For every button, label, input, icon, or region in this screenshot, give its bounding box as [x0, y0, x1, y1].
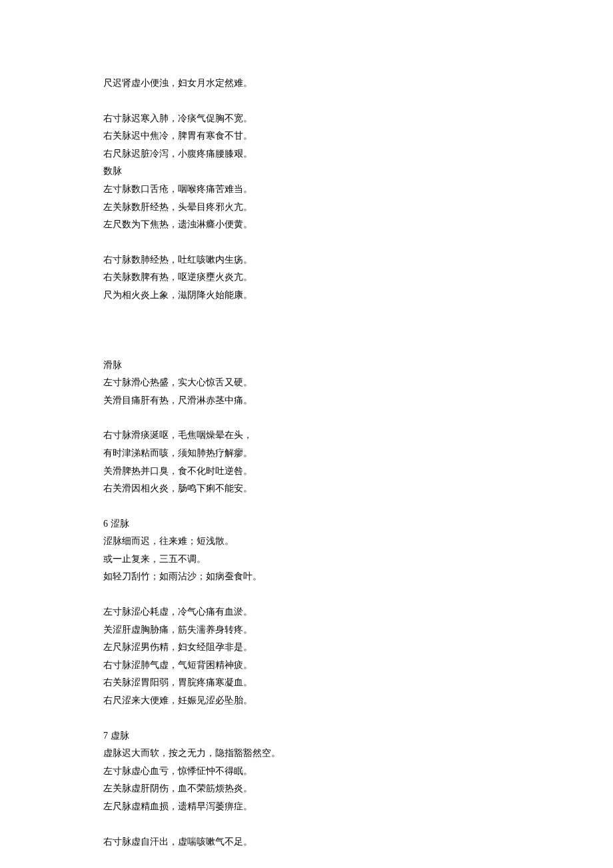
text-line: 右关脉数脾有热，呕逆痰壅火炎亢。	[103, 269, 516, 287]
text-line: 有时津涕粘而咳，须知肺热疗解瘳。	[103, 445, 516, 463]
text-line: 尺迟肾虚小便浊，妇女月水定然难。	[103, 75, 516, 93]
text-line: 左寸脉数口舌疮，咽喉疼痛苦难当。	[103, 181, 516, 199]
text-line: 如轻刀刮竹；如雨沾沙；如病蚕食叶。	[103, 568, 516, 586]
section-spacer	[103, 409, 516, 427]
section-spacer	[103, 816, 516, 833]
document-content: 尺迟肾虚小便浊，妇女月水定然难。右寸脉迟寒入肺，冷痰气促胸不宽。右关脉迟中焦冷，…	[103, 75, 516, 851]
section-spacer	[103, 305, 516, 357]
text-line: 右关脉涩胃阳弱，胃脘疼痛寒凝血。	[103, 674, 516, 692]
text-line: 6 涩脉	[103, 515, 516, 533]
text-line: 右寸脉滑痰涎呕，毛焦咽燥晕在头，	[103, 427, 516, 445]
text-line: 左尺脉虚精血损，遗精早泻萎痹症。	[103, 798, 516, 816]
text-line: 右寸脉迟寒入肺，冷痰气促胸不宽。	[103, 110, 516, 128]
text-line: 左寸脉涩心耗虚，冷气心痛有血淤。	[103, 603, 516, 621]
text-line: 7 虚脉	[103, 727, 516, 745]
text-line: 关涩肝虚胸胁痛，筋失濡养身转疼。	[103, 621, 516, 639]
text-line: 左关脉虚肝阴伤，血不荣筋烦热炎。	[103, 780, 516, 798]
section-spacer	[103, 586, 516, 603]
section-spacer	[103, 498, 516, 515]
text-line: 关滑脾热并口臭，食不化时吐逆咎。	[103, 463, 516, 481]
text-line: 涩脉细而迟，往来难；短浅散。	[103, 533, 516, 551]
text-line: 左尺脉涩男伤精，妇女经阻孕非是。	[103, 639, 516, 657]
text-line: 右尺脉迟脏冷泻，小腹疼痛腰膝艰。	[103, 145, 516, 163]
text-line: 右关脉迟中焦冷，脾胃有寒食不甘。	[103, 127, 516, 145]
text-line: 右寸脉数肺经热，吐红咳嗽内生疡。	[103, 251, 516, 269]
text-line: 右尺涩来大便难，妊娠见涩必坠胎。	[103, 692, 516, 710]
text-line: 数脉	[103, 163, 516, 181]
text-line: 虚脉迟大而软，按之无力，隐指豁豁然空。	[103, 745, 516, 763]
text-line: 或一止复来，三五不调。	[103, 551, 516, 569]
text-line: 左尺数为下焦热，遗浊淋癃小便黄。	[103, 216, 516, 234]
text-line: 右关滑因相火炎，肠鸣下痢不能安。	[103, 480, 516, 498]
text-line: 滑脉	[103, 357, 516, 375]
section-spacer	[103, 234, 516, 251]
text-line: 尺为相火炎上象，滋阴降火始能康。	[103, 287, 516, 305]
section-spacer	[103, 93, 516, 110]
section-spacer	[103, 710, 516, 727]
text-line: 关滑目痛肝有热，尺滑淋赤茎中痛。	[103, 392, 516, 410]
text-line: 左寸脉滑心热盛，实大心惊舌又硬。	[103, 374, 516, 392]
text-line: 右寸脉涩肺气虚，气短背困精神疲。	[103, 657, 516, 675]
text-line: 右寸脉虚自汗出，虚喘咳嗽气不足。	[103, 833, 516, 851]
text-line: 左关脉数肝经热，头晕目疼邪火亢。	[103, 199, 516, 217]
text-line: 左寸脉虚心血亏，惊悸怔忡不得眠。	[103, 763, 516, 781]
